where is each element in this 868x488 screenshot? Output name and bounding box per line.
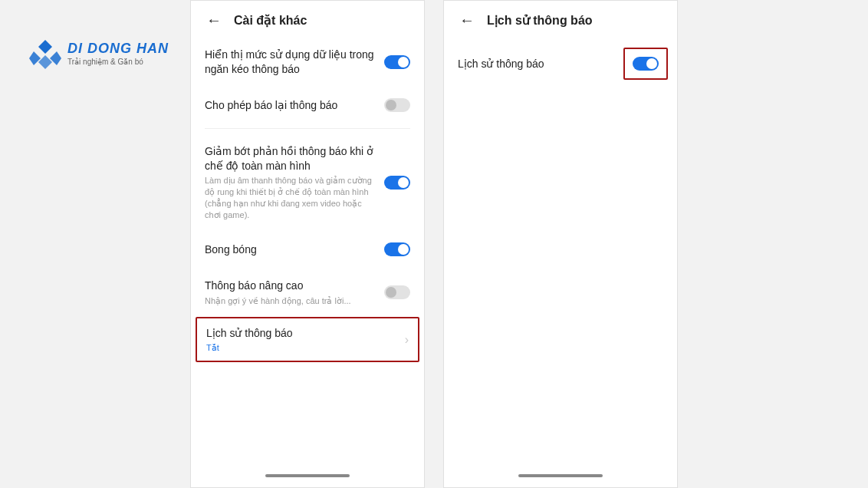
screen-notification-history: ← Lịch sử thông báo Lịch sử thông báo: [443, 0, 678, 488]
page-title: Cài đặt khác: [234, 13, 307, 28]
header: ← Cài đặt khác: [191, 1, 424, 37]
row-description: Nhận gợi ý về hành động, câu trả lời...: [205, 295, 375, 307]
toggle-fullscreen[interactable]: [384, 176, 410, 190]
row-label: Lịch sử thông báo: [458, 57, 614, 71]
row-status: Tắt: [206, 343, 396, 353]
highlight-box: [623, 48, 668, 80]
divider: [205, 128, 410, 129]
toggle-data-usage[interactable]: [384, 55, 410, 69]
toggle-snooze[interactable]: [384, 98, 410, 112]
row-data-usage[interactable]: Hiển thị mức sử dụng dữ liệu trong ngăn …: [205, 37, 410, 87]
row-notification-history-toggle[interactable]: Lịch sử thông báo: [458, 37, 663, 91]
logo-title: DI DONG HAN: [67, 41, 169, 57]
row-notification-history[interactable]: Lịch sử thông báo Tắt ›: [196, 317, 419, 362]
svg-marker-1: [29, 51, 41, 65]
back-icon[interactable]: ←: [459, 12, 475, 29]
toggle-advanced[interactable]: [384, 285, 410, 299]
row-fullscreen-feedback[interactable]: Giảm bớt phản hồi thông báo khi ở chế độ…: [205, 134, 410, 232]
brand-logo: DI DONG HAN Trải nghiệm & Gắn bó: [29, 37, 169, 69]
row-snooze[interactable]: Cho phép báo lại thông báo: [205, 87, 410, 124]
logo-diamond-icon: [29, 37, 61, 69]
row-label: Thông báo nâng cao: [205, 279, 375, 293]
toggle-notification-history[interactable]: [633, 57, 659, 71]
home-indicator[interactable]: [518, 474, 603, 477]
header: ← Lịch sử thông báo: [444, 1, 677, 37]
home-indicator[interactable]: [265, 474, 350, 477]
nav-bar[interactable]: [444, 469, 677, 483]
row-label: Cho phép báo lại thông báo: [205, 98, 375, 113]
row-description: Làm dịu âm thanh thông báo và giảm cường…: [205, 175, 375, 220]
nav-bar[interactable]: [191, 469, 424, 483]
row-label: Hiển thị mức sử dụng dữ liệu trong ngăn …: [205, 48, 375, 77]
row-bubbles[interactable]: Bong bóng: [205, 232, 410, 268]
svg-marker-2: [50, 51, 61, 65]
toggle-bubbles[interactable]: [384, 242, 410, 256]
svg-marker-0: [38, 40, 52, 54]
chevron-right-icon: ›: [405, 333, 409, 347]
row-advanced-notifications[interactable]: Thông báo nâng cao Nhận gợi ý về hành độ…: [205, 268, 410, 318]
back-icon[interactable]: ←: [206, 12, 222, 29]
page-title: Lịch sử thông báo: [487, 13, 593, 28]
screen-other-settings: ← Cài đặt khác Hiển thị mức sử dụng dữ l…: [190, 0, 425, 488]
row-label: Giảm bớt phản hồi thông báo khi ở chế độ…: [205, 144, 375, 173]
logo-subtitle: Trải nghiệm & Gắn bó: [67, 58, 169, 66]
row-label: Bong bóng: [205, 242, 375, 257]
row-label: Lịch sử thông báo: [206, 326, 396, 341]
svg-marker-3: [38, 55, 52, 69]
